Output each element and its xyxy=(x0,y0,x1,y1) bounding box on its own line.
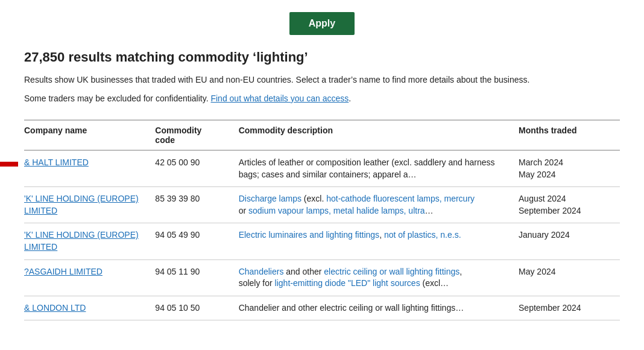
confidentiality-link[interactable]: Find out what details you can access xyxy=(210,94,349,103)
commodity-code: 85 39 39 80 xyxy=(155,187,238,223)
commodity-code: 94 05 49 90 xyxy=(155,223,238,259)
results-heading: 27,850 results matching commodity ‘light… xyxy=(24,49,620,65)
months-traded: September 2024 xyxy=(519,296,620,320)
svg-marker-0 xyxy=(0,158,18,170)
company-name-link[interactable]: 'K' LINE HOLDING (EUROPE) LIMITED xyxy=(24,230,139,252)
months-traded: May 2024 xyxy=(519,259,620,296)
table-row: & HALT LIMITED42 05 00 90Articles of lea… xyxy=(24,150,620,187)
apply-button[interactable]: Apply xyxy=(289,12,355,35)
commodity-description: Electric luminaires and lighting fitting… xyxy=(239,223,519,259)
results-description: Results show UK businesses that traded w… xyxy=(24,74,620,86)
col-header-months: Months traded xyxy=(519,120,620,150)
commodity-code: 42 05 00 90 xyxy=(155,150,238,187)
table-row: & LONDON LTD94 05 10 50Chandelier and ot… xyxy=(24,296,620,320)
red-arrow-annotation xyxy=(0,157,21,171)
confidentiality-suffix: . xyxy=(349,94,351,103)
commodity-description: Chandelier and other electric ceiling or… xyxy=(239,296,519,320)
confidentiality-note: Some traders may be excluded for confide… xyxy=(24,92,620,105)
col-header-company: Company name xyxy=(24,120,155,150)
company-name-link[interactable]: & LONDON LTD xyxy=(24,303,86,313)
company-name-link[interactable]: & HALT LIMITED xyxy=(24,158,89,167)
company-name-link[interactable]: 'K' LINE HOLDING (EUROPE) LIMITED xyxy=(24,194,139,215)
table-row: 'K' LINE HOLDING (EUROPE) LIMITED85 39 3… xyxy=(24,187,620,223)
commodity-code: 94 05 11 90 xyxy=(155,259,238,296)
col-header-code: Commoditycode xyxy=(155,120,238,150)
table-header-row: Company name Commoditycode Commodity des… xyxy=(24,120,620,150)
commodity-code: 94 05 10 50 xyxy=(155,296,238,320)
months-traded: August 2024September 2024 xyxy=(519,187,620,223)
confidentiality-prefix: Some traders may be excluded for confide… xyxy=(24,94,210,103)
commodity-description: Chandeliers and other electric ceiling o… xyxy=(239,259,519,296)
table-row: 'K' LINE HOLDING (EUROPE) LIMITED94 05 4… xyxy=(24,223,620,259)
company-name-link[interactable]: ?ASGAIDH LIMITED xyxy=(24,267,103,276)
commodity-description: Articles of leather or composition leath… xyxy=(239,150,519,187)
commodity-description: Discharge lamps (excl. hot-cathode fluor… xyxy=(239,187,519,223)
results-table: Company name Commoditycode Commodity des… xyxy=(24,119,620,320)
col-header-desc: Commodity description xyxy=(239,120,519,150)
months-traded: March 2024May 2024 xyxy=(519,150,620,187)
table-row: ?ASGAIDH LIMITED94 05 11 90Chandeliers a… xyxy=(24,259,620,296)
months-traded: January 2024 xyxy=(519,223,620,259)
